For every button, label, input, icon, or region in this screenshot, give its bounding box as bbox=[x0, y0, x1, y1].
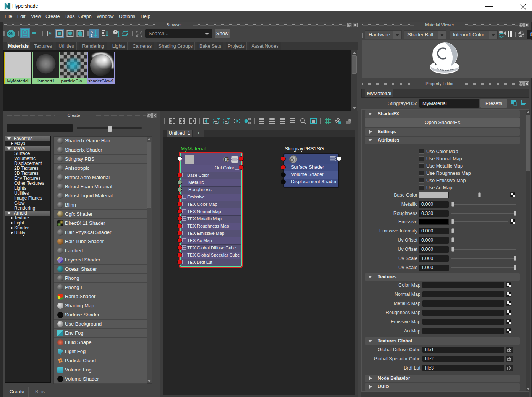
svg-text:A: A bbox=[91, 30, 93, 34]
svg-text:Z: Z bbox=[91, 34, 92, 37]
